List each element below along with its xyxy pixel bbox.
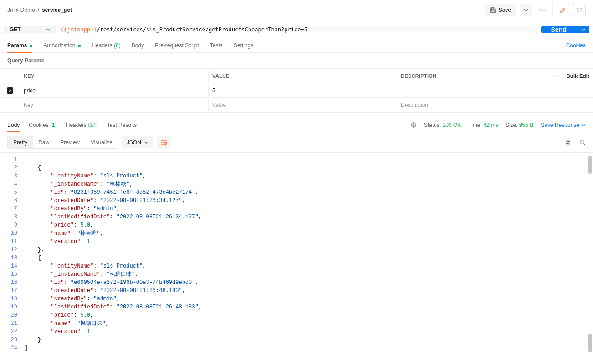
view-mode-pretty[interactable]: Pretty [8,136,33,148]
url-path: /rest/services/sls_ProductService/getPro… [97,26,307,33]
tab-settings-label: Settings [234,42,253,49]
save-response-link[interactable]: Save Response [541,122,586,128]
resp-tab-headers[interactable]: Headers (14) [66,118,98,132]
tab-tests-label: Tests [210,42,223,49]
param-key-input[interactable]: price [20,85,209,96]
size-label: Size: [506,122,518,128]
param-desc-input[interactable] [397,88,593,93]
resp-tab-body-label: Body [7,122,20,128]
tab-headers[interactable]: Headers (8) [92,39,120,52]
response-status-bar: Status: 200 OK Time: 42 ms Size: 955 B S… [410,122,586,128]
bulk-edit-link[interactable]: Bulk Edit [567,73,589,79]
tab-body-label: Body [132,42,144,49]
svg-rect-10 [567,141,570,145]
size-value: 955 B [519,122,533,128]
param-key-placeholder[interactable]: Key [20,99,209,111]
breadcrumb: Jmix-Demo / service_get [7,7,72,13]
param-desc-placeholder-text: Description [401,102,428,108]
request-row: GET {{jmixapp}}/rest/services/sls_Produc… [0,20,593,39]
tab-headers-label: Headers [92,42,112,49]
status-label: Status: [424,122,441,128]
svg-point-6 [553,75,554,76]
body-toolbar: Pretty Raw Preview Visualize JSON [0,132,593,153]
resp-tab-cookies-label: Cookies [29,122,48,128]
th-desc-label: DESCRIPTION [401,73,436,79]
svg-point-3 [542,10,543,11]
http-method-select[interactable]: GET [4,26,56,33]
time-value: 42 ms [483,122,498,128]
param-value-input[interactable]: 5 [209,85,397,96]
save-dropdown-button[interactable] [520,4,532,16]
scrollbar-thumb[interactable] [588,156,592,174]
scrollbar-thumb[interactable] [588,334,592,352]
send-dropdown-button[interactable] [577,26,589,33]
svg-point-7 [555,75,557,76]
cookies-link[interactable]: Cookies [566,39,586,52]
status-value: 200 OK [443,122,461,128]
more-columns-icon[interactable] [553,75,559,77]
breadcrumb-collection[interactable]: Jmix-Demo [7,7,35,13]
svg-rect-1 [491,10,494,12]
edit-icon-button[interactable] [557,4,569,16]
status-dot [30,45,32,47]
send-button[interactable]: Send [541,26,577,33]
chevron-down-icon [46,27,51,32]
resp-tab-headers-label: Headers [66,122,87,128]
param-value-placeholder[interactable]: Value [209,99,397,111]
view-mode-preview[interactable]: Preview [55,136,85,148]
svg-point-12 [580,140,584,144]
svg-point-8 [558,75,559,76]
tab-header: Jmix-Demo / service_get Save [0,0,593,20]
time-group: Time: 42 ms [468,122,498,128]
response-body-editor[interactable]: 123456789101112131415161718192021222324 … [0,153,593,355]
status-group: Status: 200 OK [424,122,461,128]
resp-tab-testresults-label: Test Results [107,122,137,128]
line-number-gutter: 123456789101112131415161718192021222324 [0,156,23,352]
svg-point-2 [539,10,541,11]
resp-tab-cookies-count: (1) [50,122,57,128]
search-icon[interactable] [579,139,586,146]
body-format-select[interactable]: JSON [122,136,153,148]
svg-rect-5 [577,8,582,11]
tab-tests[interactable]: Tests [210,39,223,52]
resp-tab-body[interactable]: Body [7,118,20,132]
header-actions: Save [485,4,586,16]
th-key: KEY [20,71,209,81]
view-mode-raw[interactable]: Raw [33,136,55,148]
more-options-button[interactable] [536,6,549,14]
table-header-row: KEY VALUE DESCRIPTION Bulk Edit [0,69,593,83]
chevron-down-icon [144,140,148,145]
breadcrumb-separator: / [38,7,39,13]
comment-icon-button[interactable] [573,4,586,16]
status-dot [78,45,81,47]
tab-params[interactable]: Params [7,39,32,52]
resp-tab-cookies[interactable]: Cookies (1) [29,118,56,132]
line-wrap-button[interactable] [157,136,171,149]
svg-rect-11 [566,140,569,144]
save-button[interactable]: Save [485,4,516,16]
url-input[interactable]: {{jmixapp}}/rest/services/sls_ProductSer… [56,26,537,33]
cookies-label: Cookies [566,42,586,49]
size-group: Size: 955 B [506,122,533,128]
view-mode-group: Pretty Raw Preview Visualize [7,136,118,149]
view-mode-visualize[interactable]: Visualize [85,136,118,148]
resp-tab-headers-count: (14) [88,122,97,128]
tab-body[interactable]: Body [132,39,144,52]
tab-prerequest[interactable]: Pre-request Script [155,39,199,52]
globe-icon[interactable] [410,122,417,128]
resp-tab-testresults[interactable]: Test Results [107,118,137,132]
tab-headers-count: (8) [114,42,121,49]
time-label: Time: [468,122,482,128]
tab-settings[interactable]: Settings [234,39,253,52]
query-params-title: Query Params [0,53,593,68]
response-tabs: Body Cookies (1) Headers (14) Test Resul… [0,118,593,132]
svg-rect-0 [491,8,493,10]
param-desc-placeholder[interactable]: Description [397,99,593,111]
url-variable: {{jmixapp}} [61,26,97,33]
body-format-label: JSON [127,139,141,146]
query-params-table: KEY VALUE DESCRIPTION Bulk Edit price 5 … [0,68,593,113]
row-checkbox[interactable] [7,87,13,94]
copy-icon[interactable] [565,139,571,146]
tab-authorization[interactable]: Authorization [43,39,81,52]
breadcrumb-request: service_get [42,7,72,13]
